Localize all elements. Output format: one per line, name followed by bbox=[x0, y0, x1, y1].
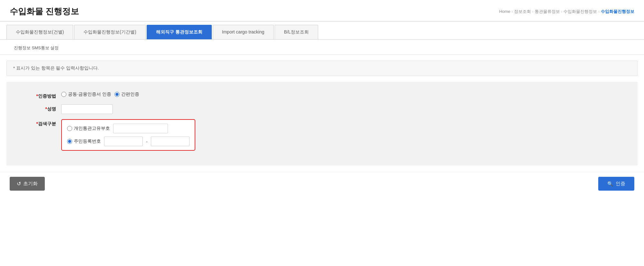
auth-method-label: *인증방법 bbox=[26, 91, 61, 99]
resident-num-text: 주민등록번호 bbox=[74, 138, 101, 144]
resident-num-back-input[interactable] bbox=[151, 137, 190, 146]
name-row: *성명 bbox=[6, 104, 638, 114]
auth-cert-text: 공동·금융인증서 인증 bbox=[68, 91, 111, 97]
tab-item-5[interactable]: B/L정보조회 bbox=[275, 25, 318, 39]
required-star-name: * bbox=[45, 106, 47, 111]
name-label: *성명 bbox=[26, 104, 61, 112]
confirm-button[interactable]: 🔍 인증 bbox=[598, 177, 634, 191]
resident-num-front-input[interactable] bbox=[104, 137, 143, 146]
auth-simple-label[interactable]: 간편인증 bbox=[114, 91, 139, 97]
tab-item-1[interactable]: 수입화물진행정보(건별) bbox=[6, 25, 73, 39]
resident-num-label[interactable]: 주민등록번호 bbox=[67, 138, 101, 144]
personal-code-row: 개인통관고유부호 bbox=[67, 124, 190, 133]
breadcrumb: Home › 정보조회 › 통관물류정보 › 수입화물진행정보 › 수입화물진행… bbox=[499, 9, 634, 14]
sub-tab-bar: 진행정보 SMS통보 설정 bbox=[0, 40, 644, 55]
personal-code-label[interactable]: 개인통관고유부호 bbox=[67, 126, 110, 131]
search-type-box: 개인통관고유부호 주민등록번호 - bbox=[61, 119, 195, 151]
resident-num-dash: - bbox=[146, 139, 148, 144]
required-star-auth: * bbox=[36, 93, 38, 99]
auth-method-control: 공동·금융인증서 인증 간편인증 bbox=[61, 91, 618, 97]
tab-bar: 수입화물진행정보(건별) 수입화물진행정보(기간별) 해외직구 통관정보조회 I… bbox=[0, 22, 644, 40]
breadcrumb-current: 수입화물진행정보 bbox=[601, 9, 634, 14]
confirm-icon: 🔍 bbox=[607, 181, 613, 187]
tab-item-4[interactable]: Import cargo tracking bbox=[213, 25, 274, 39]
reset-icon: ↺ bbox=[17, 181, 21, 187]
auth-simple-radio[interactable] bbox=[114, 92, 120, 97]
form-section: *인증방법 공동·금융인증서 인증 간편인증 *성명 *검색구분 bbox=[6, 82, 638, 166]
resident-num-row: 주민등록번호 - bbox=[67, 137, 190, 146]
required-star-search: * bbox=[36, 121, 38, 126]
auth-simple-text: 간편인증 bbox=[121, 91, 139, 97]
breadcrumb-home[interactable]: Home bbox=[499, 9, 511, 14]
auth-method-row: *인증방법 공동·금융인증서 인증 간편인증 bbox=[6, 91, 638, 99]
auth-cert-label[interactable]: 공동·금융인증서 인증 bbox=[61, 91, 111, 97]
sub-tab-sms[interactable]: 진행정보 SMS통보 설정 bbox=[6, 42, 66, 54]
page-header: 수입화물 진행정보 Home › 정보조회 › 통관물류정보 › 수입화물진행정… bbox=[0, 0, 644, 21]
reset-button[interactable]: ↺ 초기화 bbox=[10, 177, 45, 191]
confirm-label: 인증 bbox=[616, 181, 625, 187]
breadcrumb-infosearch[interactable]: 정보조회 bbox=[514, 9, 531, 14]
resident-num-radio[interactable] bbox=[67, 139, 72, 144]
tab-item-2[interactable]: 수입화물진행정보(기간별) bbox=[74, 25, 145, 39]
search-type-control: 개인통관고유부호 주민등록번호 - bbox=[61, 119, 618, 151]
bottom-bar: ↺ 초기화 🔍 인증 bbox=[0, 172, 644, 195]
page-title: 수입화물 진행정보 bbox=[10, 6, 79, 17]
breadcrumb-import[interactable]: 수입화물진행정보 bbox=[563, 9, 597, 14]
personal-code-text: 개인통관고유부호 bbox=[74, 126, 110, 131]
tab-item-3[interactable]: 해외직구 통관정보조회 bbox=[147, 25, 212, 39]
name-input[interactable] bbox=[61, 104, 113, 114]
breadcrumb-customs[interactable]: 통관물류정보 bbox=[535, 9, 560, 14]
breadcrumb-sep-3: › bbox=[561, 10, 562, 14]
search-type-row: *검색구분 개인통관고유부호 주민등록번호 bbox=[6, 119, 638, 151]
personal-code-input[interactable] bbox=[113, 124, 168, 133]
personal-code-radio[interactable] bbox=[67, 126, 72, 131]
name-control bbox=[61, 104, 618, 114]
breadcrumb-sep-4: › bbox=[598, 10, 600, 14]
search-type-label: *검색구분 bbox=[26, 119, 61, 127]
reset-label: 초기화 bbox=[23, 181, 38, 187]
breadcrumb-sep-1: › bbox=[512, 10, 513, 14]
breadcrumb-sep-2: › bbox=[532, 10, 533, 14]
required-note: * 표시가 있는 항목은 필수 입력사항입니다. bbox=[6, 61, 638, 76]
auth-cert-radio[interactable] bbox=[61, 92, 66, 97]
